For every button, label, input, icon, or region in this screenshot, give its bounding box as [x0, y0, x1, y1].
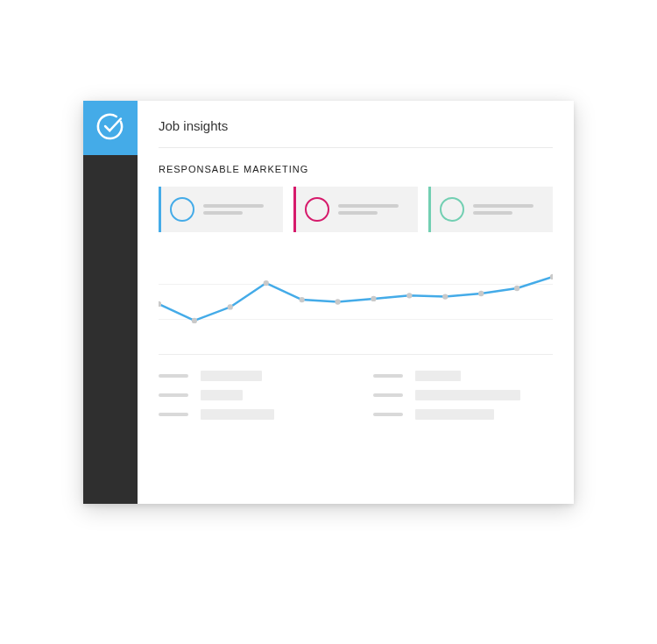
circle-icon — [440, 197, 464, 222]
checkmark-circle-icon — [95, 111, 125, 145]
svg-point-2 — [228, 304, 233, 309]
svg-point-1 — [192, 318, 197, 323]
circle-icon — [170, 197, 194, 222]
svg-point-11 — [550, 274, 553, 280]
stat-placeholder — [473, 201, 544, 218]
stat-placeholder — [203, 201, 274, 218]
detail-value-placeholder — [201, 390, 243, 400]
detail-col-left — [159, 371, 338, 428]
detail-row — [159, 371, 338, 381]
detail-label-placeholder — [159, 374, 188, 378]
detail-label-placeholder — [373, 374, 403, 378]
svg-point-8 — [442, 294, 448, 299]
detail-value-placeholder — [415, 409, 494, 420]
detail-row — [373, 390, 553, 400]
detail-label-placeholder — [159, 413, 188, 416]
main-content: Job insights RESPONSABLE MARKETING — [138, 101, 574, 504]
svg-point-6 — [371, 296, 376, 301]
detail-label-placeholder — [159, 393, 188, 397]
logo-tile[interactable] — [83, 101, 138, 155]
detail-value-placeholder — [201, 409, 274, 420]
detail-row — [159, 390, 338, 400]
detail-label-placeholder — [373, 413, 403, 416]
detail-row — [373, 371, 553, 381]
sidebar — [83, 101, 138, 504]
detail-value-placeholder — [201, 371, 262, 381]
stat-card-pink[interactable] — [293, 187, 418, 232]
svg-point-7 — [406, 293, 412, 298]
detail-rows — [159, 371, 553, 428]
svg-point-10 — [514, 286, 519, 291]
line-chart — [159, 250, 553, 355]
svg-point-5 — [335, 299, 340, 304]
circle-icon — [305, 197, 329, 222]
stat-card-green[interactable] — [428, 187, 553, 232]
stat-card-blue[interactable] — [159, 187, 283, 232]
stat-cards — [159, 187, 553, 232]
detail-row — [373, 409, 553, 420]
app-window: Job insights RESPONSABLE MARKETING — [83, 101, 574, 504]
detail-value-placeholder — [415, 371, 461, 381]
detail-col-right — [373, 371, 553, 428]
page-title: Job insights — [159, 118, 553, 148]
svg-point-4 — [300, 297, 305, 302]
detail-label-placeholder — [373, 393, 403, 397]
stat-placeholder — [338, 201, 409, 218]
svg-point-3 — [264, 280, 269, 286]
chart-svg — [159, 250, 553, 354]
svg-point-9 — [478, 291, 484, 296]
detail-value-placeholder — [415, 390, 520, 400]
section-title: RESPONSABLE MARKETING — [159, 164, 553, 174]
detail-row — [159, 409, 338, 420]
